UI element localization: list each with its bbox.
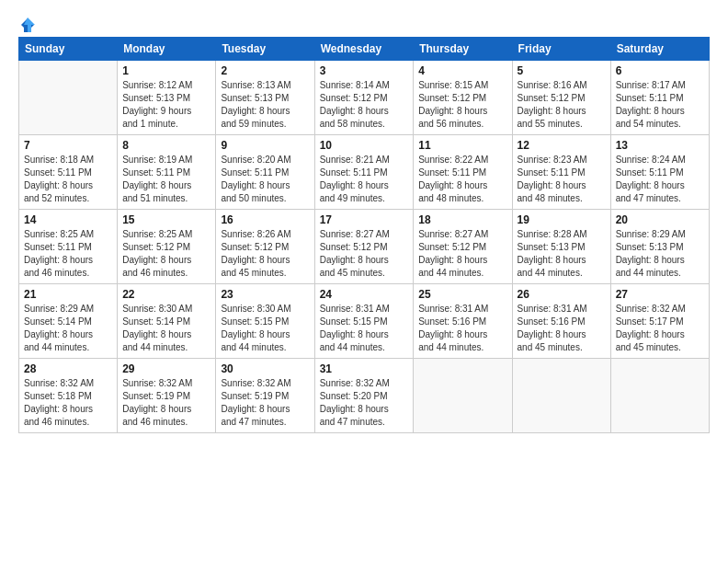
day-number: 29 [122, 362, 210, 375]
day-info: Sunrise: 8:12 AM Sunset: 5:13 PM Dayligh… [122, 79, 210, 131]
day-info: Sunrise: 8:30 AM Sunset: 5:15 PM Dayligh… [221, 303, 309, 354]
day-number: 8 [122, 139, 210, 152]
day-number: 31 [320, 362, 409, 375]
day-number: 3 [320, 64, 409, 77]
day-info: Sunrise: 8:30 AM Sunset: 5:14 PM Dayligh… [122, 303, 210, 354]
day-number: 9 [221, 139, 309, 152]
calendar-cell [414, 359, 512, 433]
day-info: Sunrise: 8:18 AM Sunset: 5:11 PM Dayligh… [24, 154, 112, 205]
day-number: 18 [418, 213, 506, 226]
day-info: Sunrise: 8:27 AM Sunset: 5:12 PM Dayligh… [320, 228, 409, 280]
day-number: 6 [616, 64, 704, 77]
day-info: Sunrise: 8:28 AM Sunset: 5:13 PM Dayligh… [518, 228, 606, 280]
day-number: 27 [616, 288, 704, 301]
calendar-header-friday: Friday [512, 38, 610, 61]
day-number: 1 [122, 64, 210, 77]
calendar-cell: 20Sunrise: 8:29 AM Sunset: 5:13 PM Dayli… [610, 210, 709, 284]
logo [18, 17, 37, 29]
day-info: Sunrise: 8:32 AM Sunset: 5:20 PM Dayligh… [320, 377, 409, 429]
day-number: 25 [418, 288, 506, 301]
calendar-cell: 13Sunrise: 8:24 AM Sunset: 5:11 PM Dayli… [610, 135, 709, 210]
calendar-cell [610, 359, 709, 433]
calendar-cell: 26Sunrise: 8:31 AM Sunset: 5:16 PM Dayli… [512, 284, 610, 359]
day-info: Sunrise: 8:29 AM Sunset: 5:13 PM Dayligh… [616, 228, 704, 280]
day-info: Sunrise: 8:31 AM Sunset: 5:15 PM Dayligh… [320, 303, 409, 354]
calendar-week-4: 21Sunrise: 8:29 AM Sunset: 5:14 PM Dayli… [19, 284, 710, 359]
calendar-header-wednesday: Wednesday [314, 38, 414, 61]
calendar-cell: 30Sunrise: 8:32 AM Sunset: 5:19 PM Dayli… [216, 359, 314, 433]
day-info: Sunrise: 8:21 AM Sunset: 5:11 PM Dayligh… [320, 154, 409, 205]
day-info: Sunrise: 8:15 AM Sunset: 5:12 PM Dayligh… [418, 79, 506, 131]
calendar-header-sunday: Sunday [19, 38, 118, 61]
day-info: Sunrise: 8:20 AM Sunset: 5:11 PM Dayligh… [221, 154, 309, 205]
day-info: Sunrise: 8:32 AM Sunset: 5:17 PM Dayligh… [616, 303, 704, 354]
day-info: Sunrise: 8:16 AM Sunset: 5:12 PM Dayligh… [518, 79, 606, 131]
day-number: 23 [221, 288, 309, 301]
calendar-cell: 11Sunrise: 8:22 AM Sunset: 5:11 PM Dayli… [414, 135, 512, 210]
day-number: 30 [221, 362, 309, 375]
day-number: 14 [24, 213, 112, 226]
day-info: Sunrise: 8:14 AM Sunset: 5:12 PM Dayligh… [320, 79, 409, 131]
calendar-cell: 6Sunrise: 8:17 AM Sunset: 5:11 PM Daylig… [610, 61, 709, 135]
calendar-header-thursday: Thursday [414, 38, 512, 61]
day-number: 2 [221, 64, 309, 77]
calendar-header-tuesday: Tuesday [216, 38, 314, 61]
day-info: Sunrise: 8:25 AM Sunset: 5:12 PM Dayligh… [122, 228, 210, 280]
day-number: 7 [24, 139, 112, 152]
calendar-cell: 29Sunrise: 8:32 AM Sunset: 5:19 PM Dayli… [118, 359, 216, 433]
calendar-cell: 8Sunrise: 8:19 AM Sunset: 5:11 PM Daylig… [118, 135, 216, 210]
calendar-cell: 4Sunrise: 8:15 AM Sunset: 5:12 PM Daylig… [414, 61, 512, 135]
calendar-cell: 5Sunrise: 8:16 AM Sunset: 5:12 PM Daylig… [512, 61, 610, 135]
day-number: 21 [24, 288, 112, 301]
day-info: Sunrise: 8:29 AM Sunset: 5:14 PM Dayligh… [24, 303, 112, 354]
day-info: Sunrise: 8:24 AM Sunset: 5:11 PM Dayligh… [616, 154, 704, 205]
day-number: 17 [320, 213, 409, 226]
calendar-cell [19, 61, 118, 135]
day-info: Sunrise: 8:25 AM Sunset: 5:11 PM Dayligh… [24, 228, 112, 280]
calendar-cell: 15Sunrise: 8:25 AM Sunset: 5:12 PM Dayli… [118, 210, 216, 284]
day-number: 10 [320, 139, 409, 152]
calendar-cell: 3Sunrise: 8:14 AM Sunset: 5:12 PM Daylig… [314, 61, 414, 135]
calendar-header-monday: Monday [118, 38, 216, 61]
day-number: 24 [320, 288, 409, 301]
day-info: Sunrise: 8:23 AM Sunset: 5:11 PM Dayligh… [518, 154, 606, 205]
day-info: Sunrise: 8:19 AM Sunset: 5:11 PM Dayligh… [122, 154, 210, 205]
day-number: 5 [518, 64, 606, 77]
calendar-table: SundayMondayTuesdayWednesdayThursdayFrid… [18, 37, 710, 433]
page: SundayMondayTuesdayWednesdayThursdayFrid… [0, 0, 728, 563]
calendar-week-2: 7Sunrise: 8:18 AM Sunset: 5:11 PM Daylig… [19, 135, 710, 210]
day-info: Sunrise: 8:17 AM Sunset: 5:11 PM Dayligh… [616, 79, 704, 131]
calendar-week-3: 14Sunrise: 8:25 AM Sunset: 5:11 PM Dayli… [19, 210, 710, 284]
calendar-cell: 18Sunrise: 8:27 AM Sunset: 5:12 PM Dayli… [414, 210, 512, 284]
day-info: Sunrise: 8:32 AM Sunset: 5:18 PM Dayligh… [24, 377, 112, 429]
calendar-cell: 24Sunrise: 8:31 AM Sunset: 5:15 PM Dayli… [314, 284, 414, 359]
calendar-header-row: SundayMondayTuesdayWednesdayThursdayFrid… [19, 38, 710, 61]
svg-rect-2 [24, 25, 28, 32]
calendar-cell: 7Sunrise: 8:18 AM Sunset: 5:11 PM Daylig… [19, 135, 118, 210]
day-info: Sunrise: 8:31 AM Sunset: 5:16 PM Dayligh… [418, 303, 506, 354]
day-number: 11 [418, 139, 506, 152]
calendar-cell: 21Sunrise: 8:29 AM Sunset: 5:14 PM Dayli… [19, 284, 118, 359]
calendar-cell: 28Sunrise: 8:32 AM Sunset: 5:18 PM Dayli… [19, 359, 118, 433]
day-number: 4 [418, 64, 506, 77]
calendar-header-saturday: Saturday [610, 38, 709, 61]
day-info: Sunrise: 8:26 AM Sunset: 5:12 PM Dayligh… [221, 228, 309, 280]
calendar-cell: 2Sunrise: 8:13 AM Sunset: 5:13 PM Daylig… [216, 61, 314, 135]
calendar-week-5: 28Sunrise: 8:32 AM Sunset: 5:18 PM Dayli… [19, 359, 710, 433]
day-number: 26 [518, 288, 606, 301]
day-info: Sunrise: 8:22 AM Sunset: 5:11 PM Dayligh… [418, 154, 506, 205]
day-info: Sunrise: 8:32 AM Sunset: 5:19 PM Dayligh… [122, 377, 210, 429]
calendar-cell: 22Sunrise: 8:30 AM Sunset: 5:14 PM Dayli… [118, 284, 216, 359]
calendar-cell: 19Sunrise: 8:28 AM Sunset: 5:13 PM Dayli… [512, 210, 610, 284]
calendar-cell: 1Sunrise: 8:12 AM Sunset: 5:13 PM Daylig… [118, 61, 216, 135]
calendar-cell: 14Sunrise: 8:25 AM Sunset: 5:11 PM Dayli… [19, 210, 118, 284]
calendar-cell: 25Sunrise: 8:31 AM Sunset: 5:16 PM Dayli… [414, 284, 512, 359]
calendar-week-1: 1Sunrise: 8:12 AM Sunset: 5:13 PM Daylig… [19, 61, 710, 135]
day-number: 28 [24, 362, 112, 375]
day-number: 19 [518, 213, 606, 226]
day-info: Sunrise: 8:27 AM Sunset: 5:12 PM Dayligh… [418, 228, 506, 280]
day-number: 22 [122, 288, 210, 301]
day-number: 15 [122, 213, 210, 226]
calendar-cell: 10Sunrise: 8:21 AM Sunset: 5:11 PM Dayli… [314, 135, 414, 210]
calendar-cell: 27Sunrise: 8:32 AM Sunset: 5:17 PM Dayli… [610, 284, 709, 359]
